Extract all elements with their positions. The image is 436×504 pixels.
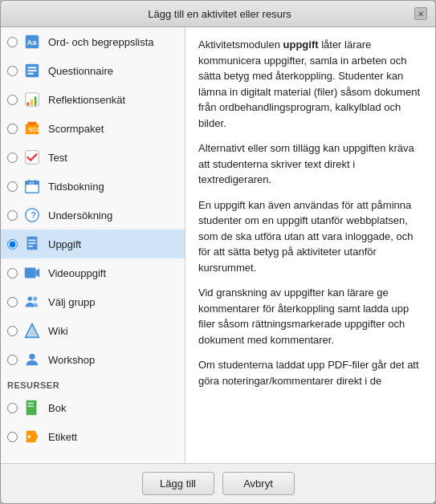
svg-rect-9 bbox=[35, 96, 37, 105]
svg-marker-26 bbox=[36, 269, 40, 278]
workshop-icon bbox=[22, 350, 42, 369]
wiki-icon bbox=[22, 321, 42, 340]
dialog-title: Lägg till en aktivitet eller resurs bbox=[25, 8, 414, 20]
svg-text:Aa: Aa bbox=[27, 39, 38, 47]
list-item-uppgift[interactable]: Uppgift bbox=[1, 230, 185, 258]
videouppgift-icon bbox=[22, 263, 42, 282]
svg-rect-22 bbox=[28, 240, 35, 242]
radio-välj-grupp[interactable] bbox=[7, 297, 18, 307]
svg-rect-33 bbox=[28, 403, 34, 404]
radio-questionnaire[interactable] bbox=[7, 66, 18, 76]
radio-workshop[interactable] bbox=[7, 355, 18, 365]
list-item[interactable]: Aa Ord- och begreppslista bbox=[1, 27, 185, 56]
radio-scormpaket[interactable] bbox=[7, 124, 18, 134]
radio-reflektionsenkät[interactable] bbox=[7, 95, 18, 105]
questionnaire-icon bbox=[22, 61, 42, 80]
list-item[interactable]: Questionnaire bbox=[1, 56, 185, 85]
tidsbokning-icon: 31 bbox=[22, 177, 42, 196]
svg-rect-5 bbox=[28, 73, 34, 75]
svg-rect-23 bbox=[28, 242, 35, 244]
svg-rect-25 bbox=[25, 268, 36, 278]
list-item[interactable]: Wiki bbox=[1, 316, 185, 345]
svg-rect-8 bbox=[31, 100, 33, 105]
cancel-button[interactable]: Avbryt bbox=[222, 472, 295, 495]
scormpaket-label: Scormpaket bbox=[48, 123, 104, 135]
svg-rect-24 bbox=[28, 246, 33, 247]
description-p1: Aktivitetsmodulen uppgift låter lärare k… bbox=[198, 37, 422, 131]
bok-icon bbox=[22, 398, 42, 417]
svg-text:31: 31 bbox=[29, 181, 34, 186]
list-item[interactable]: SCO Scormpaket bbox=[1, 114, 185, 143]
dialog: Lägg till en aktivitet eller resurs ✕ Aa… bbox=[0, 0, 436, 504]
list-item-bok[interactable]: Bok bbox=[1, 393, 185, 422]
list-item[interactable]: Reflektionsenkät bbox=[1, 85, 185, 114]
etikett-label: Etikett bbox=[48, 431, 77, 443]
list-item[interactable]: Test bbox=[1, 143, 185, 172]
välj-grupp-label: Välj grupp bbox=[48, 296, 96, 308]
radio-etikett[interactable] bbox=[7, 432, 18, 442]
description-p5: Om studenterna laddat upp PDF-filer går … bbox=[198, 357, 422, 388]
radio-undersökning[interactable] bbox=[7, 210, 18, 221]
radio-ord[interactable] bbox=[7, 37, 18, 47]
svg-text:SCO: SCO bbox=[28, 126, 41, 133]
footer: Lägg till Avbryt bbox=[1, 463, 435, 503]
svg-rect-7 bbox=[27, 103, 30, 106]
description-p4: Vid granskning av uppgifter kan lärare g… bbox=[198, 285, 422, 348]
description-p3: En uppgift kan även användas för att påm… bbox=[198, 197, 422, 276]
scormpaket-icon: SCO bbox=[22, 119, 42, 138]
content-area: Aa Ord- och begreppslista Questionnaire … bbox=[1, 27, 435, 463]
svg-text:?: ? bbox=[31, 210, 36, 220]
list-item[interactable]: 31 Tidsbokning bbox=[1, 172, 185, 201]
svg-rect-11 bbox=[28, 122, 37, 126]
workshop-label: Workshop bbox=[48, 354, 95, 366]
radio-uppgift[interactable] bbox=[7, 239, 18, 250]
undersökning-label: Undersökning bbox=[48, 209, 112, 222]
radio-tidsbokning[interactable] bbox=[7, 181, 18, 192]
välj-grupp-icon bbox=[22, 292, 42, 311]
right-panel: Aktivitetsmodulen uppgift låter lärare k… bbox=[185, 27, 435, 463]
radio-test[interactable] bbox=[7, 152, 18, 163]
svg-point-28 bbox=[33, 297, 37, 302]
left-panel: Aa Ord- och begreppslista Questionnaire … bbox=[1, 27, 185, 463]
uppgift-label: Uppgift bbox=[48, 238, 81, 250]
tidsbokning-label: Tidsbokning bbox=[48, 181, 104, 193]
test-label: Test bbox=[48, 152, 67, 164]
radio-videouppgift[interactable] bbox=[7, 268, 18, 278]
svg-rect-34 bbox=[28, 405, 34, 407]
description-p2: Alternativt eller som tillägg kan uppgif… bbox=[198, 140, 422, 188]
list-item-workshop[interactable]: Workshop bbox=[1, 345, 185, 374]
radio-wiki[interactable] bbox=[7, 326, 18, 336]
title-bar: Lägg till en aktivitet eller resurs ✕ bbox=[1, 1, 435, 27]
add-button[interactable]: Lägg till bbox=[142, 472, 214, 495]
uppgift-icon bbox=[22, 234, 42, 254]
videouppgift-label: Videouppgift bbox=[48, 267, 106, 279]
ord-label: Ord- och begreppslista bbox=[48, 36, 154, 48]
list-item[interactable]: Videouppgift bbox=[1, 258, 185, 287]
resurser-section-header: RESURSER bbox=[1, 374, 185, 393]
radio-bok[interactable] bbox=[7, 403, 18, 413]
svg-rect-3 bbox=[28, 67, 37, 68]
ord-icon: Aa bbox=[22, 32, 42, 51]
undersökning-icon: ? bbox=[22, 205, 42, 225]
list-item[interactable]: Välj grupp bbox=[1, 287, 185, 316]
list-item-etikett[interactable]: Etikett bbox=[1, 422, 185, 451]
close-button[interactable]: ✕ bbox=[414, 7, 427, 20]
svg-rect-4 bbox=[28, 70, 37, 71]
test-icon bbox=[22, 148, 42, 167]
reflektionsenkät-label: Reflektionsenkät bbox=[48, 94, 125, 106]
etikett-icon bbox=[22, 427, 42, 446]
list-item[interactable]: ? Undersökning bbox=[1, 201, 185, 230]
svg-point-36 bbox=[28, 435, 31, 438]
questionnaire-label: Questionnaire bbox=[48, 65, 113, 77]
svg-point-31 bbox=[29, 354, 35, 360]
reflektionsenkät-icon bbox=[22, 90, 42, 109]
bok-label: Bok bbox=[48, 402, 66, 414]
svg-point-27 bbox=[28, 297, 33, 302]
wiki-label: Wiki bbox=[48, 325, 68, 337]
